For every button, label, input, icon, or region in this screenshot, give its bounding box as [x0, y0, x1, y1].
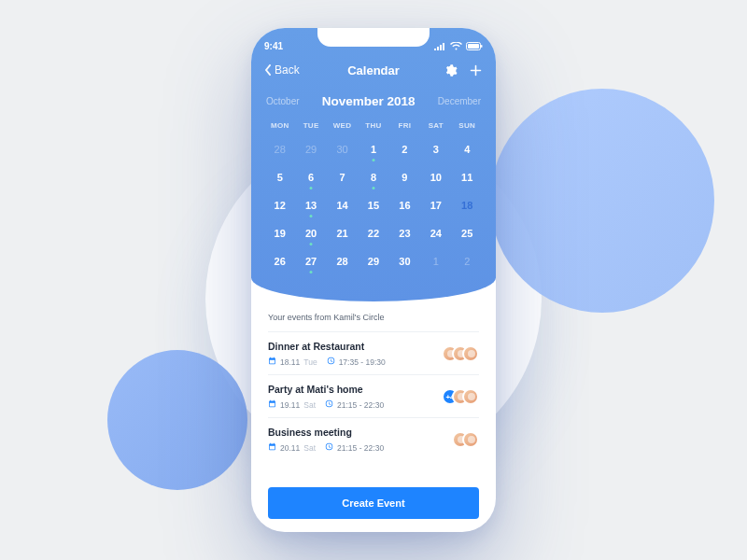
calendar-day[interactable]: 2: [389, 135, 420, 163]
avatar: [462, 388, 479, 405]
event-title: Dinner at Restaurant: [268, 341, 386, 352]
calendar-day[interactable]: 13: [295, 191, 326, 219]
signal-icon: [434, 42, 446, 50]
status-time: 9:41: [264, 41, 283, 51]
calendar-day[interactable]: 3: [420, 135, 451, 163]
event-time: 17:35 - 19:30: [339, 357, 386, 367]
weekday-label: SAT: [420, 121, 451, 130]
calendar-day[interactable]: 25: [452, 219, 483, 247]
clock-icon: [325, 442, 333, 453]
calendar-day[interactable]: 6: [295, 163, 326, 191]
back-label: Back: [275, 63, 300, 77]
phone-frame: 9:41 Back Calendar Octob: [251, 28, 496, 532]
calendar-icon: [268, 442, 276, 453]
avatar: [462, 431, 479, 448]
event-date: 18.11: [280, 357, 300, 367]
event-list: Your events from Kamil's Circle Dinner a…: [251, 301, 496, 478]
event-item[interactable]: Dinner at Restaurant18.11 Tue17:35 - 19:…: [268, 331, 479, 374]
calendar-day[interactable]: 12: [264, 191, 295, 219]
calendar-day[interactable]: 23: [389, 219, 420, 247]
calendar-day[interactable]: 5: [264, 163, 295, 191]
event-title: Party at Mati's home: [268, 384, 384, 395]
calendar-day[interactable]: 27: [295, 247, 326, 275]
nav-actions: [444, 63, 483, 77]
calendar-icon: [268, 399, 276, 410]
calendar-day[interactable]: 19: [264, 219, 295, 247]
calendar-day[interactable]: 20: [295, 219, 326, 247]
clock-icon: [325, 399, 333, 410]
svg-rect-1: [468, 44, 479, 49]
event-attendees: [442, 345, 479, 362]
gear-icon[interactable]: [444, 63, 458, 77]
svg-rect-2: [481, 45, 483, 48]
event-item[interactable]: Business meeting20.11 Sat21:15 - 22:30: [268, 417, 479, 460]
weekday-label: MON: [264, 121, 295, 130]
phone-notch: [317, 28, 430, 47]
avatar: [462, 345, 479, 362]
event-attendees: +4: [442, 388, 479, 405]
calendar-day[interactable]: 16: [389, 191, 420, 219]
calendar-day[interactable]: 10: [420, 163, 451, 191]
calendar-day[interactable]: 1: [420, 247, 451, 275]
back-button[interactable]: Back: [264, 63, 300, 77]
calendar-day[interactable]: 8: [358, 163, 388, 191]
calendar-icon: [268, 357, 276, 367]
plus-icon[interactable]: [469, 63, 483, 77]
screen: 9:41 Back Calendar Octob: [251, 28, 496, 532]
event-dow: Sat: [303, 400, 316, 410]
calendar-day[interactable]: 15: [358, 191, 388, 219]
calendar-day[interactable]: 30: [327, 135, 358, 163]
event-title: Business meeting: [268, 427, 384, 438]
chevron-left-icon: [264, 64, 272, 76]
event-attendees: [452, 431, 479, 448]
month-switcher[interactable]: October November 2018 December: [264, 94, 483, 108]
calendar-day[interactable]: 1: [358, 135, 388, 163]
month-next[interactable]: December: [438, 96, 481, 106]
calendar-day[interactable]: 29: [295, 135, 326, 163]
calendar-panel: 9:41 Back Calendar Octob: [251, 28, 496, 301]
calendar-day[interactable]: 14: [327, 191, 358, 219]
calendar-day[interactable]: 29: [358, 247, 388, 275]
calendar-day[interactable]: 28: [327, 247, 358, 275]
calendar-day[interactable]: 11: [452, 163, 483, 191]
month-prev[interactable]: October: [266, 96, 300, 106]
calendar-day[interactable]: 9: [389, 163, 420, 191]
event-dow: Tue: [303, 357, 317, 367]
calendar-day[interactable]: 26: [264, 247, 295, 275]
status-icons: [434, 42, 483, 50]
event-meta: 19.11 Sat21:15 - 22:30: [268, 399, 384, 410]
calendar-day[interactable]: 7: [327, 163, 358, 191]
event-date: 20.11: [280, 443, 300, 453]
calendar-day[interactable]: 4: [452, 135, 483, 163]
create-event-button[interactable]: Create Event: [268, 487, 479, 519]
event-meta: 20.11 Sat21:15 - 22:30: [268, 442, 384, 453]
bg-circle-blue-left: [107, 350, 247, 490]
weekday-label: FRI: [389, 121, 420, 130]
calendar-day[interactable]: 22: [358, 219, 388, 247]
weekday-label: WED: [327, 121, 358, 130]
event-list-heading: Your events from Kamil's Circle: [268, 313, 479, 322]
nav-bar: Back Calendar: [264, 59, 483, 81]
calendar-day[interactable]: 24: [420, 219, 451, 247]
calendar-day[interactable]: 28: [264, 135, 295, 163]
calendar-day[interactable]: 21: [327, 219, 358, 247]
calendar-day[interactable]: 18: [452, 191, 483, 219]
calendar-day[interactable]: 17: [420, 191, 451, 219]
weekday-label: SUN: [452, 121, 483, 130]
event-time: 21:15 - 22:30: [337, 443, 384, 453]
bg-circle-blue-right: [490, 89, 714, 313]
event-date: 19.11: [280, 400, 300, 410]
calendar-grid: 2829301234567891011121314151617181920212…: [264, 135, 483, 275]
battery-icon: [466, 42, 483, 50]
calendar-day[interactable]: 30: [389, 247, 420, 275]
month-current: November 2018: [322, 94, 416, 108]
clock-icon: [327, 357, 335, 367]
calendar-day[interactable]: 2: [452, 247, 483, 275]
event-item[interactable]: Party at Mati's home19.11 Sat21:15 - 22:…: [268, 374, 479, 417]
event-dow: Sat: [303, 443, 316, 453]
weekday-label: THU: [358, 121, 388, 130]
wifi-icon: [450, 42, 462, 50]
weekday-label: TUE: [295, 121, 326, 130]
event-time: 21:15 - 22:30: [337, 400, 384, 410]
weekday-header: MON TUE WED THU FRI SAT SUN: [264, 121, 483, 130]
